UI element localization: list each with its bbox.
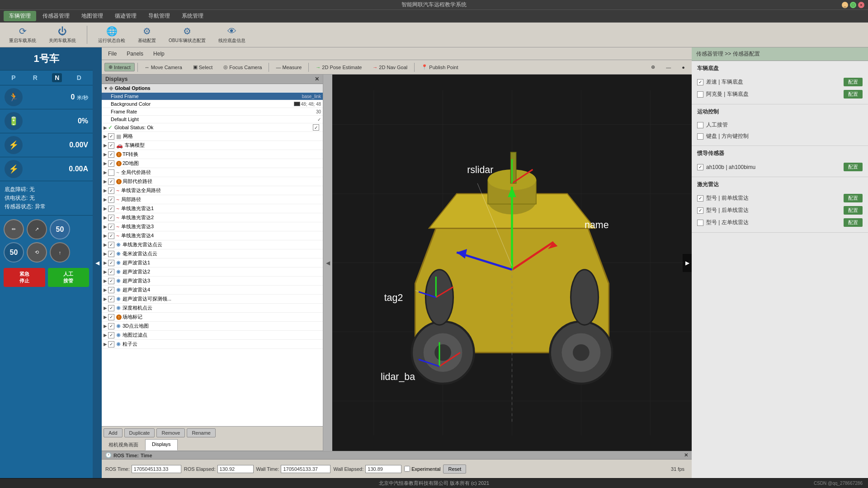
- depth-checkbox[interactable]: [108, 305, 114, 311]
- duplicate-display-button[interactable]: Duplicate: [124, 428, 155, 437]
- tf-checkbox[interactable]: [108, 151, 114, 158]
- display-item-2d-map[interactable]: ▶ ! 2D地图: [102, 159, 323, 168]
- menu-system-management[interactable]: 系统管理: [176, 11, 209, 21]
- us1-checkbox[interactable]: [108, 260, 114, 266]
- basic-config-button[interactable]: ⚙ 基础配置: [134, 24, 160, 46]
- lidar3-checkbox[interactable]: [108, 224, 114, 230]
- display-item-lidar2[interactable]: ▶ ~ 单线激光雷达2: [102, 213, 323, 222]
- obu-config-button[interactable]: ⚙ OBU车辆状态配置: [165, 24, 209, 46]
- display-item-fixed-frame[interactable]: Fixed Frame base_link: [102, 93, 323, 100]
- global-status-checkbox[interactable]: [313, 124, 319, 131]
- us2-checkbox[interactable]: [108, 269, 114, 275]
- lidar-pc-checkbox[interactable]: [108, 242, 114, 248]
- display-item-ultrasonic-detect[interactable]: ▶ ❋ 超声波雷达可探测领...: [102, 295, 323, 304]
- close-button[interactable]: ×: [858, 2, 864, 8]
- wall-time-input[interactable]: [281, 465, 330, 473]
- display-item-ultrasonic4[interactable]: ▶ ❋ 超声波雷达4: [102, 286, 323, 295]
- control-btn-1[interactable]: ✏: [4, 219, 24, 239]
- left-lidar-config-button[interactable]: 配置: [844, 218, 863, 227]
- rear-lidar-config-button[interactable]: 配置: [844, 206, 863, 215]
- display-item-lidar4[interactable]: ▶ ~ 单线激光雷达4: [102, 231, 323, 240]
- ros-elapsed-input[interactable]: [217, 465, 254, 473]
- display-item-default-light[interactable]: Default Light ✓: [102, 116, 323, 123]
- menu-map-management[interactable]: 地图管理: [76, 11, 108, 21]
- remove-display-button[interactable]: Remove: [156, 428, 185, 437]
- emergency-stop-button[interactable]: 紧急停止: [4, 268, 45, 287]
- menu-navigation-management[interactable]: 导航管理: [143, 11, 175, 21]
- control-btn-2[interactable]: ↗: [27, 219, 47, 239]
- focus-camera-tool[interactable]: ◎ Focus Camera: [219, 63, 266, 71]
- 3d-map-checkbox[interactable]: [108, 323, 114, 329]
- gear-D[interactable]: D: [74, 73, 84, 82]
- display-item-frame-rate[interactable]: Frame Rate 30: [102, 108, 323, 116]
- menu-sensor-management[interactable]: 传感器管理: [37, 11, 75, 21]
- diff-checkbox[interactable]: [697, 79, 703, 85]
- rviz-menu-help[interactable]: Help: [150, 50, 168, 58]
- display-item-lidar3[interactable]: ▶ ~ 单线激光雷达3: [102, 222, 323, 231]
- imu-checkbox[interactable]: [697, 164, 703, 170]
- add-display-button[interactable]: Add: [104, 428, 123, 437]
- display-item-lidar-global-path[interactable]: ▶ ~ 单线雷达全局路径: [102, 186, 323, 195]
- rviz-btn-extra2[interactable]: —: [662, 63, 675, 71]
- manual-checkbox[interactable]: [697, 122, 703, 128]
- time-panel-close[interactable]: ✕: [684, 452, 688, 458]
- display-item-map-filter[interactable]: ▶ ❋ 地图过滤点: [102, 331, 323, 340]
- keyboard-checkbox[interactable]: [697, 133, 703, 140]
- imu-config-button[interactable]: 配置: [844, 163, 863, 171]
- pose-estimate-tool[interactable]: → 2D Pose Estimate: [311, 63, 366, 71]
- displays-list[interactable]: ▼ ◆ Global Options Fixed Frame base_link: [102, 84, 323, 426]
- display-item-local-cost[interactable]: ▶ ! 局部代价路径: [102, 177, 323, 186]
- display-item-lidar-pointcloud[interactable]: ▶ ❋ 单线激光雷达点云: [102, 240, 323, 249]
- grid-checkbox[interactable]: [108, 133, 114, 140]
- menu-tracking-management[interactable]: 循迹管理: [109, 11, 142, 21]
- particle-checkbox[interactable]: [108, 341, 114, 347]
- time-reset-button[interactable]: Reset: [443, 465, 466, 474]
- ros-time-input[interactable]: [132, 465, 181, 473]
- shutdown-vehicle-button[interactable]: ⏻ 关闭车载系统: [45, 24, 80, 46]
- rviz-menu-file[interactable]: File: [104, 50, 120, 58]
- lidar4-checkbox[interactable]: [108, 233, 114, 239]
- minimize-button[interactable]: _: [842, 2, 848, 8]
- viewport-right-arrow[interactable]: ▶: [683, 254, 692, 272]
- front-lidar-checkbox[interactable]: [697, 195, 703, 202]
- gear-R[interactable]: R: [30, 73, 40, 82]
- display-item-depth-camera[interactable]: ▶ ❋ 深度相机点云: [102, 304, 323, 313]
- 2dmap-checkbox[interactable]: [108, 160, 114, 167]
- menu-vehicle-management[interactable]: 车辆管理: [4, 11, 36, 21]
- display-item-lidar1[interactable]: ▶ ~ 单线激光雷达1: [102, 204, 323, 213]
- left-lidar-checkbox[interactable]: [697, 220, 703, 226]
- move-camera-tool[interactable]: ↔ Move Camera: [141, 63, 186, 71]
- lidar2-checkbox[interactable]: [108, 215, 114, 221]
- experimental-checkbox[interactable]: [404, 466, 410, 472]
- display-item-bg-color[interactable]: Background Color 48; 48; 48: [102, 100, 323, 108]
- display-item-ultrasonic1[interactable]: ▶ ❋ 超声波雷达1: [102, 258, 323, 267]
- us-detect-checkbox[interactable]: [108, 296, 114, 302]
- publish-point-tool[interactable]: 📍 Publish Point: [417, 63, 462, 71]
- restart-vehicle-button[interactable]: ⟳ 重启车载系统: [5, 24, 40, 46]
- local-path-checkbox[interactable]: [108, 197, 114, 203]
- gear-P[interactable]: P: [9, 73, 18, 82]
- lidar-global-checkbox[interactable]: [108, 188, 114, 194]
- rviz-btn-extra3[interactable]: ●: [678, 63, 689, 71]
- map-filter-checkbox[interactable]: [108, 332, 114, 338]
- 3d-viewport[interactable]: rslidar tag2 lidar_ba name: [332, 75, 692, 451]
- gear-N[interactable]: N: [52, 73, 62, 82]
- display-item-global-cost[interactable]: ▶ ~ 全局代价路径: [102, 168, 323, 177]
- us3-checkbox[interactable]: [108, 278, 114, 284]
- measure-tool[interactable]: — Measure: [272, 63, 306, 71]
- manual-takeover-button[interactable]: 人工接管: [48, 268, 90, 287]
- display-item-3d-map[interactable]: ▶ ❋ 3D点云地图: [102, 322, 323, 331]
- display-item-grid[interactable]: ▶ ▦ 网格: [102, 132, 323, 141]
- display-item-vehicle-model[interactable]: ▶ 🚗 车辆模型: [102, 141, 323, 150]
- display-item-mmwave[interactable]: ▶ ❋ 毫米波雷达点云: [102, 249, 323, 258]
- status-check-button[interactable]: 🌐 运行状态自检: [94, 24, 129, 46]
- displays-close-button[interactable]: ✕: [315, 76, 319, 82]
- ackermann-config-button[interactable]: 配置: [844, 90, 863, 99]
- vehicle-model-checkbox[interactable]: [108, 142, 114, 149]
- lidar1-checkbox[interactable]: [108, 206, 114, 212]
- rear-lidar-checkbox[interactable]: [697, 207, 703, 214]
- rviz-menu-panels[interactable]: Panels: [123, 50, 147, 58]
- control-btn-6[interactable]: ↑: [50, 242, 70, 263]
- nav-goal-tool[interactable]: → 2D Nav Goal: [368, 63, 411, 71]
- global-cost-checkbox[interactable]: [108, 169, 114, 176]
